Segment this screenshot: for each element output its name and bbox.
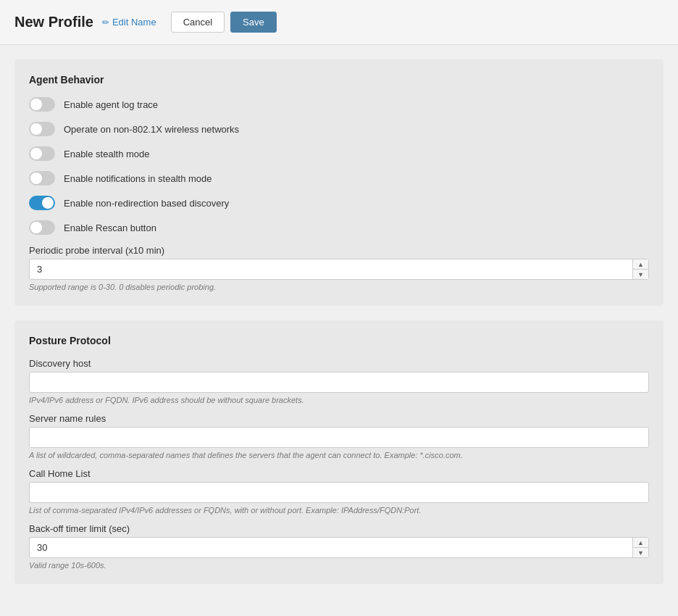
toggle-log-trace-slider [29,97,55,112]
call-home-list-hint: List of comma-separated IPv4/IPv6 addres… [29,506,649,515]
agent-behavior-title: Agent Behavior [29,74,649,86]
backoff-timer-input[interactable] [29,537,649,558]
toggle-stealth-notif-label: Enable notifications in stealth mode [64,173,212,184]
toggle-rescan-toggle[interactable] [29,220,55,235]
toggle-log-trace-toggle[interactable] [29,97,55,112]
save-button[interactable]: Save [230,12,277,33]
toggle-row: Enable stealth mode [29,146,649,161]
toggle-row: Operate on non-802.1X wireless networks [29,122,649,136]
probe-interval-input[interactable] [29,259,649,280]
toggle-rescan-label: Enable Rescan button [64,222,156,233]
toggle-discovery-label: Enable non-redirection based discovery [64,198,229,209]
probe-interval-down[interactable]: ▼ [633,270,648,279]
backoff-timer-up[interactable]: ▲ [633,538,648,548]
agent-behavior-section: Agent Behavior Enable agent log traceOpe… [14,59,664,306]
toggle-wireless-label: Operate on non-802.1X wireless networks [64,124,239,135]
probe-interval-label: Periodic probe interval (x10 min) [29,245,649,256]
discovery-host-group: Discovery host IPv4/IPv6 address or FQDN… [29,358,649,404]
toggle-discovery-toggle[interactable] [29,196,55,210]
pencil-icon: ✏ [102,17,109,28]
toggle-stealth-slider [29,146,55,161]
call-home-list-group: Call Home List List of comma-separated I… [29,468,649,515]
toggle-stealth-toggle[interactable] [29,146,55,161]
toggles-container: Enable agent log traceOperate on non-802… [29,97,649,235]
toggle-row: Enable notifications in stealth mode [29,171,649,186]
backoff-timer-wrapper: ▲ ▼ [29,537,649,558]
edit-name-label: Edit Name [112,17,156,28]
backoff-timer-label: Back-off timer limit (sec) [29,523,649,534]
posture-protocol-title: Posture Protocol [29,335,649,346]
call-home-list-label: Call Home List [29,468,649,479]
toggle-stealth-label: Enable stealth mode [64,149,150,159]
page-title: New Profile [14,14,93,30]
backoff-timer-hint: Valid range 10s-600s. [29,561,649,570]
probe-interval-spinners: ▲ ▼ [632,259,648,279]
toggle-discovery-slider [29,196,55,210]
server-name-rules-group: Server name rules A list of wildcarded, … [29,413,649,459]
server-name-rules-label: Server name rules [29,413,649,424]
server-name-rules-hint: A list of wildcarded, comma-separated na… [29,451,649,459]
header-actions: Cancel Save [171,12,277,33]
call-home-list-input[interactable] [29,482,649,503]
discovery-host-label: Discovery host [29,358,649,369]
toggle-log-trace-label: Enable agent log trace [64,99,158,110]
toggle-wireless-toggle[interactable] [29,122,55,136]
probe-interval-up[interactable]: ▲ [633,259,648,270]
toggle-stealth-notif-toggle[interactable] [29,171,55,186]
probe-interval-group: Periodic probe interval (x10 min) ▲ ▼ Su… [29,245,649,291]
discovery-host-input[interactable] [29,372,649,393]
backoff-timer-down[interactable]: ▼ [633,548,648,557]
discovery-host-hint: IPv4/IPv6 address or FQDN. IPv6 address … [29,396,649,404]
toggle-stealth-notif-slider [29,171,55,186]
toggle-rescan-slider [29,220,55,235]
page-header: New Profile ✏ Edit Name Cancel Save [0,0,678,45]
probe-interval-wrapper: ▲ ▼ [29,259,649,280]
server-name-rules-input[interactable] [29,427,649,448]
probe-interval-hint: Supported range is 0-30. 0 disables peri… [29,283,649,291]
toggle-row: Enable Rescan button [29,220,649,235]
cancel-button[interactable]: Cancel [171,12,225,33]
toggle-row: Enable agent log trace [29,97,649,112]
edit-name-link[interactable]: ✏ Edit Name [102,17,156,28]
toggle-row: Enable non-redirection based discovery [29,196,649,210]
posture-protocol-section: Posture Protocol Discovery host IPv4/IPv… [14,320,664,584]
backoff-timer-spinners: ▲ ▼ [632,538,648,557]
content-area: Agent Behavior Enable agent log traceOpe… [0,45,678,599]
toggle-wireless-slider [29,122,55,136]
backoff-timer-group: Back-off timer limit (sec) ▲ ▼ Valid ran… [29,523,649,570]
